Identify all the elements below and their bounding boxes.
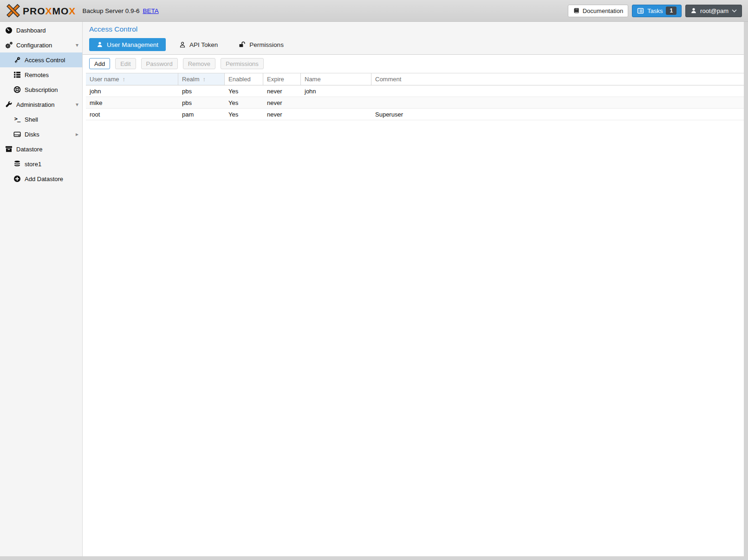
cell-name: [301, 97, 371, 108]
remove-button[interactable]: Remove: [183, 58, 215, 69]
cell-expire: never: [263, 109, 301, 120]
page-title: Access Control: [89, 25, 737, 33]
tasks-label: Tasks: [647, 7, 663, 14]
sidebar-item-label: Dashboard: [16, 27, 46, 34]
terminal-icon: >_: [13, 116, 21, 123]
column-header-enabled[interactable]: Enabled: [225, 73, 263, 85]
tasks-button[interactable]: Tasks 1: [632, 5, 682, 17]
column-header-expire[interactable]: Expire: [263, 73, 301, 85]
documentation-button[interactable]: Documentation: [568, 5, 628, 17]
content-header: Access Control User Management: [83, 22, 744, 55]
dashboard-icon: [5, 26, 13, 34]
caret-right-icon[interactable]: ▸: [76, 131, 78, 137]
sidebar-item-remotes[interactable]: Remotes: [0, 67, 82, 82]
list-icon: [13, 71, 21, 78]
bottom-window-edge: [0, 556, 748, 560]
chevron-down-icon: [732, 9, 737, 13]
user-outline-icon: [179, 41, 186, 48]
column-header-name[interactable]: Name: [301, 73, 371, 85]
edit-button[interactable]: Edit: [115, 58, 136, 69]
sidebar-item-disks[interactable]: Disks ▸: [0, 127, 82, 142]
user-filled-icon: [97, 41, 103, 48]
sidebar-item-label: Subscription: [25, 86, 58, 93]
cell-realm: pbs: [178, 85, 225, 97]
cell-enabled: Yes: [225, 85, 263, 97]
caret-down-icon[interactable]: ▾: [76, 101, 78, 108]
sidebar-item-label: Shell: [25, 116, 38, 123]
database-icon: [13, 160, 21, 168]
cell-comment: [371, 85, 744, 97]
sidebar-item-access-control[interactable]: Access Control: [0, 52, 82, 67]
sidebar-item-shell[interactable]: >_ Shell: [0, 112, 82, 127]
table-empty-area: [86, 120, 744, 556]
add-button[interactable]: Add: [89, 58, 110, 69]
sidebar-item-label: Add Datastore: [25, 176, 63, 182]
sidebar-item-administration[interactable]: Administration ▾: [0, 97, 82, 112]
cell-expire: never: [263, 97, 301, 108]
cell-username: mike: [86, 97, 178, 108]
cell-realm: pbs: [178, 97, 225, 108]
unlock-icon: [239, 41, 246, 48]
top-bar-actions: Documentation Tasks 1 root@pam: [568, 5, 742, 17]
top-bar: PROXMOX Backup Server 0.9-6 BETA Documen…: [0, 0, 748, 22]
support-ring-icon: [13, 86, 21, 93]
sidebar-item-label: store1: [25, 161, 41, 168]
proxmox-logo-icon: [6, 4, 20, 18]
product-version-label: Backup Server 0.9-6: [82, 7, 139, 14]
sidebar-item-label: Access Control: [25, 57, 65, 64]
tab-user-management[interactable]: User Management: [89, 38, 166, 51]
column-header-username[interactable]: User name ↑: [86, 73, 178, 85]
tab-label: Permissions: [249, 41, 284, 48]
book-icon: [573, 7, 580, 14]
tab-bar: User Management API Token: [89, 38, 737, 51]
sidebar-item-label: Administration: [16, 101, 54, 108]
archive-box-icon: [5, 145, 13, 153]
plus-circle-icon: [13, 175, 21, 182]
sidebar-item-datastore[interactable]: Datastore: [0, 142, 82, 156]
sidebar-item-label: Remotes: [25, 72, 49, 78]
user-menu-label: root@pam: [700, 7, 728, 14]
password-button[interactable]: Password: [141, 58, 178, 69]
sidebar-item-dashboard[interactable]: Dashboard: [0, 23, 82, 38]
tab-permissions[interactable]: Permissions: [231, 38, 291, 51]
caret-down-icon[interactable]: ▾: [76, 42, 78, 48]
cell-enabled: Yes: [225, 109, 263, 120]
toolbar: Add Edit Password Remove Permissions: [83, 55, 744, 73]
cell-expire: never: [263, 85, 301, 97]
user-menu-button[interactable]: root@pam: [685, 5, 742, 17]
main-content: Access Control User Management: [83, 22, 744, 556]
tasks-count-badge: 1: [666, 7, 676, 15]
sidebar-item-store1[interactable]: store1: [0, 156, 82, 171]
cell-realm: pam: [178, 109, 225, 120]
beta-link[interactable]: BETA: [143, 7, 158, 14]
tab-label: User Management: [107, 41, 158, 48]
proxmox-backup-app: PROXMOX Backup Server 0.9-6 BETA Documen…: [0, 0, 748, 560]
table-header-row: User name ↑ Realm ↑ Enabled Expire Name: [86, 73, 744, 85]
cell-enabled: Yes: [225, 97, 263, 108]
table-row-root[interactable]: root pam Yes never Superuser: [86, 109, 744, 120]
cell-name: [301, 109, 371, 120]
column-header-realm[interactable]: Realm ↑: [178, 73, 225, 85]
cell-username: root: [86, 109, 178, 120]
column-header-comment[interactable]: Comment: [371, 73, 744, 85]
sidebar-item-subscription[interactable]: Subscription: [0, 82, 82, 97]
hard-drive-icon: [13, 130, 21, 138]
table-row-mike[interactable]: mike pbs Yes never: [86, 97, 744, 109]
sidebar-item-configuration[interactable]: Configuration ▾: [0, 38, 82, 52]
sidebar-item-label: Disks: [25, 131, 39, 138]
gears-icon: [5, 41, 13, 49]
cell-username: john: [86, 85, 178, 97]
task-list-icon: [637, 7, 644, 14]
cell-comment: [371, 97, 744, 108]
sidebar-item-add-datastore[interactable]: Add Datastore: [0, 171, 82, 186]
wrench-icon: [5, 101, 13, 108]
cell-name: john: [301, 85, 371, 97]
cell-comment: Superuser: [371, 109, 744, 120]
sidebar: Dashboard: [0, 22, 83, 556]
table-row-john[interactable]: john pbs Yes never john: [86, 85, 744, 97]
sidebar-item-label: Datastore: [16, 146, 42, 153]
right-scrollbar-gutter[interactable]: [744, 22, 748, 556]
permissions-button[interactable]: Permissions: [221, 58, 264, 69]
tab-api-token[interactable]: API Token: [172, 38, 225, 51]
users-table: User name ↑ Realm ↑ Enabled Expire Name: [86, 73, 744, 556]
